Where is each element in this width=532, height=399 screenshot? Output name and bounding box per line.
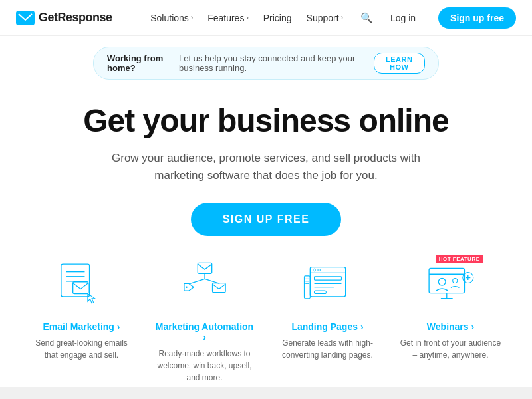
banner-text: Let us help you stay connected and keep … xyxy=(179,53,368,73)
logo-text: GetResponse xyxy=(39,11,112,25)
landing-pages-desc: Generate leads with high-converting land… xyxy=(277,337,378,361)
hero-signup-button[interactable]: SIGN UP FREE xyxy=(191,203,342,236)
banner-bold-text: Working from home? xyxy=(107,53,174,73)
webinars-desc: Get in front of your audience – anytime,… xyxy=(400,337,501,361)
svg-point-27 xyxy=(452,279,457,283)
marketing-automation-title[interactable]: Marketing Automation › xyxy=(154,321,255,342)
svg-point-15 xyxy=(317,269,320,272)
chevron-icon: › xyxy=(246,14,248,21)
login-link[interactable]: Log in xyxy=(390,13,416,23)
email-marketing-desc: Send great-looking emails that engage an… xyxy=(31,337,132,361)
email-marketing-icon-area xyxy=(52,260,112,313)
feature-landing-pages: Landing Pages › Generate leads with high… xyxy=(266,260,389,384)
chevron-icon: › xyxy=(341,14,343,21)
svg-point-10 xyxy=(186,287,188,289)
hero-section: Get your business online Grow your audie… xyxy=(0,90,532,236)
landing-pages-icon-area xyxy=(298,260,358,313)
feature-marketing-automation: Marketing Automation › Ready-made workfl… xyxy=(143,260,266,384)
svg-rect-16 xyxy=(314,277,341,280)
svg-rect-5 xyxy=(72,282,88,294)
marketing-automation-icon-area xyxy=(175,260,235,313)
landing-pages-icon xyxy=(301,260,354,307)
marketing-automation-desc: Ready-made workflows to welcome, win bac… xyxy=(154,348,255,384)
nav-pricing[interactable]: Pricing xyxy=(263,13,292,23)
nav-features[interactable]: Features › xyxy=(207,13,249,23)
svg-rect-24 xyxy=(429,269,464,293)
hot-feature-badge: HOT FEATURE xyxy=(436,255,483,263)
svg-point-14 xyxy=(313,269,315,272)
svg-rect-6 xyxy=(198,263,211,274)
feature-email-marketing: Email Marketing › Send great-looking ema… xyxy=(20,260,143,384)
features-section: Email Marketing › Send great-looking ema… xyxy=(0,236,532,384)
logo: GetResponse xyxy=(16,11,112,25)
logo-icon xyxy=(16,11,35,25)
webinars-icon xyxy=(424,260,477,307)
footer-bar xyxy=(0,387,532,399)
feature-webinars: HOT FEATURE Webinars xyxy=(389,260,512,384)
svg-point-26 xyxy=(438,279,446,286)
email-marketing-icon xyxy=(55,260,108,307)
svg-rect-19 xyxy=(314,291,326,294)
chevron-icon: › xyxy=(191,14,193,21)
nav-links: Solutions › Features › Pricing Support ›… xyxy=(150,7,516,29)
banner-learn-how-button[interactable]: LEARN HOW xyxy=(374,53,425,74)
email-marketing-title[interactable]: Email Marketing › xyxy=(31,321,132,332)
svg-rect-0 xyxy=(16,11,35,25)
svg-rect-20 xyxy=(304,276,310,299)
marketing-automation-icon xyxy=(178,260,231,307)
search-icon[interactable]: 🔍 xyxy=(360,12,373,24)
hero-title: Get your business online xyxy=(13,104,519,139)
nav-support[interactable]: Support › xyxy=(307,13,343,23)
landing-pages-title[interactable]: Landing Pages › xyxy=(277,321,378,332)
nav-signup-button[interactable]: Sign up free xyxy=(438,7,516,29)
webinars-icon-area: HOT FEATURE xyxy=(421,260,481,313)
hero-subtitle: Grow your audience, promote services, an… xyxy=(13,150,519,185)
nav-solutions[interactable]: Solutions › xyxy=(150,13,193,23)
svg-line-8 xyxy=(190,279,204,284)
navbar: GetResponse Solutions › Features › Prici… xyxy=(0,0,532,36)
webinars-title[interactable]: Webinars › xyxy=(400,321,501,332)
svg-rect-11 xyxy=(212,283,225,293)
announcement-banner: Working from home? Let us help you stay … xyxy=(93,47,439,80)
svg-rect-12 xyxy=(310,267,345,297)
